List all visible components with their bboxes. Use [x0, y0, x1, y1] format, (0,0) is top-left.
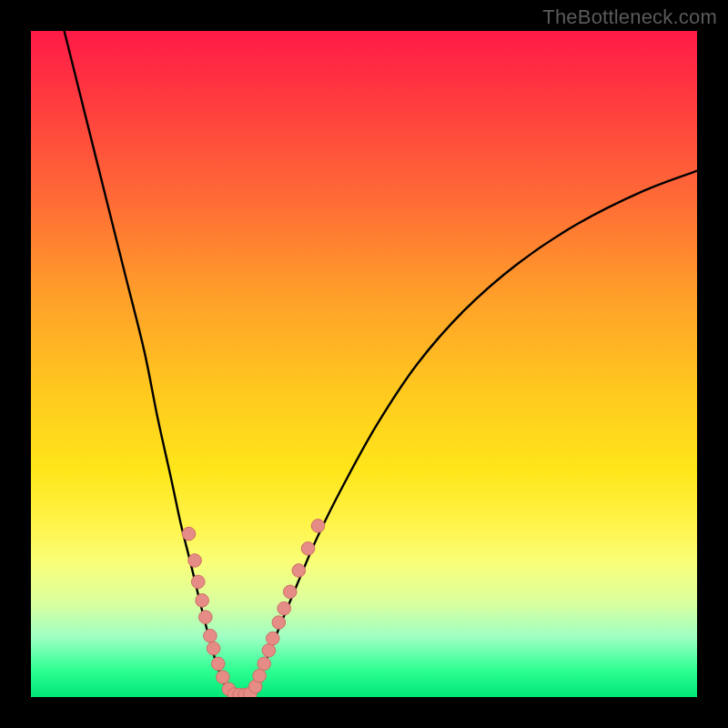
data-dot-right [292, 564, 306, 578]
curve-layer [65, 31, 697, 696]
data-dot-right [262, 643, 276, 657]
data-dot-right [283, 585, 297, 599]
data-dot-right [301, 541, 315, 555]
chart-svg [31, 31, 697, 697]
data-dot-right [258, 657, 271, 671]
plot-area [31, 31, 697, 697]
attribution-text: TheBottleneck.com [542, 5, 717, 29]
data-dot-right [272, 616, 286, 630]
data-dot-right [278, 602, 291, 615]
dot-layer [182, 520, 325, 697]
bottleneck-curve [65, 31, 697, 696]
data-dot-right [266, 632, 279, 645]
data-dot-right [311, 520, 325, 533]
data-dot-left [204, 629, 217, 642]
data-dot-right [253, 669, 267, 682]
data-dot-left [196, 594, 209, 608]
outer-frame: TheBottleneck.com [0, 0, 728, 728]
data-dot-left [182, 527, 196, 541]
data-dot-left [198, 611, 212, 624]
data-dot-left [217, 671, 230, 684]
data-dot-left [188, 554, 202, 568]
data-dot-left [191, 575, 205, 589]
data-dot-left [207, 642, 220, 655]
data-dot-left [211, 657, 225, 671]
